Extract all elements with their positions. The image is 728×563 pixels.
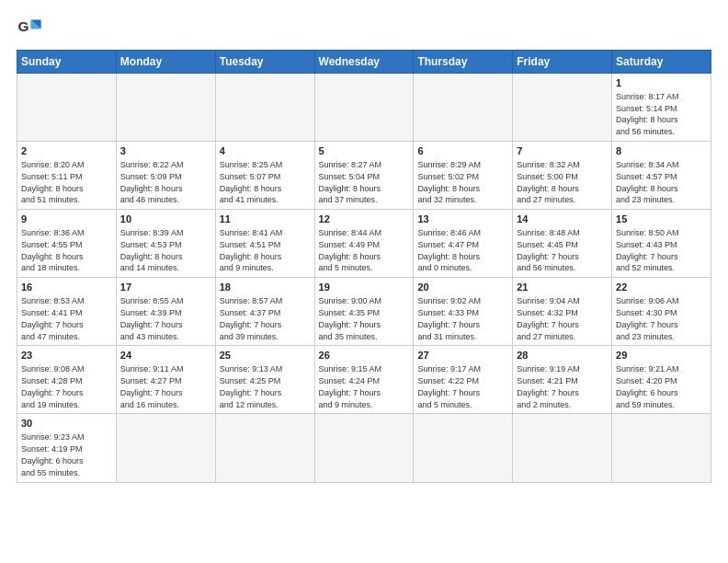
calendar-table: SundayMondayTuesdayWednesdayThursdayFrid… [17,50,711,483]
day-number: 28 [517,349,608,362]
day-number: 2 [21,144,112,158]
day-number: 3 [120,144,211,158]
day-number: 14 [517,213,608,226]
day-number: 11 [220,213,311,226]
day-info: Sunrise: 8:34 AM Sunset: 4:57 PM Dayligh… [616,160,679,204]
calendar-cell [414,74,513,142]
day-info: Sunrise: 9:21 AM Sunset: 4:20 PM Dayligh… [616,364,679,408]
svg-text:G: G [17,18,28,34]
calendar-cell: 15Sunrise: 8:50 AM Sunset: 4:43 PM Dayli… [612,210,711,278]
calendar-cell: 18Sunrise: 8:57 AM Sunset: 4:37 PM Dayli… [215,278,314,346]
weekday-header-monday: Monday [116,51,215,74]
day-number: 13 [417,213,508,226]
day-number: 18 [220,281,311,294]
calendar-cell [513,414,612,482]
weekday-header-tuesday: Tuesday [215,51,314,74]
day-info: Sunrise: 9:08 AM Sunset: 4:28 PM Dayligh… [21,364,85,408]
day-info: Sunrise: 9:23 AM Sunset: 4:19 PM Dayligh… [21,432,85,477]
calendar-cell: 25Sunrise: 9:13 AM Sunset: 4:25 PM Dayli… [215,346,314,414]
day-number: 1 [616,76,707,90]
day-info: Sunrise: 9:06 AM Sunset: 4:30 PM Dayligh… [616,296,679,340]
day-number: 20 [417,281,508,294]
calendar-cell [513,74,612,142]
calendar-cell: 27Sunrise: 9:17 AM Sunset: 4:22 PM Dayli… [414,346,513,414]
week-row-4: 16Sunrise: 8:53 AM Sunset: 4:41 PM Dayli… [17,278,711,346]
day-info: Sunrise: 8:25 AM Sunset: 5:07 PM Dayligh… [220,160,283,204]
calendar-cell: 16Sunrise: 8:53 AM Sunset: 4:41 PM Dayli… [17,278,117,346]
day-info: Sunrise: 9:15 AM Sunset: 4:24 PM Dayligh… [319,364,382,408]
day-number: 25 [220,349,311,362]
day-number: 27 [417,349,508,362]
calendar-cell: 12Sunrise: 8:44 AM Sunset: 4:49 PM Dayli… [314,210,414,278]
weekday-header-friday: Friday [513,51,612,74]
day-info: Sunrise: 9:19 AM Sunset: 4:21 PM Dayligh… [517,364,580,408]
day-number: 4 [220,144,311,158]
day-info: Sunrise: 8:29 AM Sunset: 5:02 PM Dayligh… [417,160,481,204]
calendar-cell: 5Sunrise: 8:27 AM Sunset: 5:04 PM Daylig… [314,142,414,210]
day-info: Sunrise: 8:57 AM Sunset: 4:37 PM Dayligh… [220,296,283,340]
calendar-cell: 2Sunrise: 8:20 AM Sunset: 5:11 PM Daylig… [17,142,117,210]
day-number: 22 [616,281,707,294]
logo: G [17,15,46,40]
calendar-cell: 30Sunrise: 9:23 AM Sunset: 4:19 PM Dayli… [17,414,117,482]
calendar-cell: 24Sunrise: 9:11 AM Sunset: 4:27 PM Dayli… [116,346,215,414]
calendar-cell: 7Sunrise: 8:32 AM Sunset: 5:00 PM Daylig… [513,142,612,210]
day-info: Sunrise: 9:11 AM Sunset: 4:27 PM Dayligh… [120,364,184,408]
week-row-5: 23Sunrise: 9:08 AM Sunset: 4:28 PM Dayli… [17,346,711,414]
day-info: Sunrise: 8:17 AM Sunset: 5:14 PM Dayligh… [616,92,679,136]
day-number: 21 [517,281,608,294]
day-info: Sunrise: 8:41 AM Sunset: 4:51 PM Dayligh… [220,228,283,272]
day-number: 23 [21,349,112,362]
calendar-cell [414,414,513,482]
day-info: Sunrise: 8:44 AM Sunset: 4:49 PM Dayligh… [319,228,382,272]
calendar-cell [215,414,314,482]
weekday-header-wednesday: Wednesday [314,51,414,74]
calendar-cell: 1Sunrise: 8:17 AM Sunset: 5:14 PM Daylig… [612,74,711,142]
calendar-cell: 29Sunrise: 9:21 AM Sunset: 4:20 PM Dayli… [612,346,711,414]
day-info: Sunrise: 8:55 AM Sunset: 4:39 PM Dayligh… [120,296,184,340]
calendar-cell [116,74,215,142]
day-info: Sunrise: 8:32 AM Sunset: 5:00 PM Dayligh… [517,160,580,204]
day-number: 5 [319,144,410,158]
day-number: 26 [319,349,410,362]
day-number: 30 [21,417,112,431]
calendar-cell: 8Sunrise: 8:34 AM Sunset: 4:57 PM Daylig… [612,142,711,210]
calendar-cell: 17Sunrise: 8:55 AM Sunset: 4:39 PM Dayli… [116,278,215,346]
calendar-cell: 20Sunrise: 9:02 AM Sunset: 4:33 PM Dayli… [414,278,513,346]
week-row-1: 1Sunrise: 8:17 AM Sunset: 5:14 PM Daylig… [17,74,711,142]
weekday-header-saturday: Saturday [612,51,711,74]
day-info: Sunrise: 8:50 AM Sunset: 4:43 PM Dayligh… [616,228,679,272]
calendar-cell [314,74,414,142]
calendar-cell: 28Sunrise: 9:19 AM Sunset: 4:21 PM Dayli… [513,346,612,414]
calendar-cell: 6Sunrise: 8:29 AM Sunset: 5:02 PM Daylig… [414,142,513,210]
day-number: 7 [517,144,608,158]
day-info: Sunrise: 8:46 AM Sunset: 4:47 PM Dayligh… [417,228,481,272]
week-row-6: 30Sunrise: 9:23 AM Sunset: 4:19 PM Dayli… [17,414,711,482]
day-info: Sunrise: 8:22 AM Sunset: 5:09 PM Dayligh… [120,160,184,204]
calendar-cell: 26Sunrise: 9:15 AM Sunset: 4:24 PM Dayli… [314,346,414,414]
day-info: Sunrise: 9:04 AM Sunset: 4:32 PM Dayligh… [517,296,580,340]
calendar-cell: 14Sunrise: 8:48 AM Sunset: 4:45 PM Dayli… [513,210,612,278]
calendar-cell: 4Sunrise: 8:25 AM Sunset: 5:07 PM Daylig… [215,142,314,210]
day-info: Sunrise: 9:17 AM Sunset: 4:22 PM Dayligh… [417,364,481,408]
calendar-cell: 22Sunrise: 9:06 AM Sunset: 4:30 PM Dayli… [612,278,711,346]
calendar-cell [612,414,711,482]
day-info: Sunrise: 8:39 AM Sunset: 4:53 PM Dayligh… [120,228,184,272]
day-info: Sunrise: 9:02 AM Sunset: 4:33 PM Dayligh… [417,296,481,340]
day-number: 12 [319,213,410,226]
day-number: 9 [21,213,112,226]
day-number: 16 [21,281,112,294]
calendar-cell [314,414,414,482]
day-info: Sunrise: 8:48 AM Sunset: 4:45 PM Dayligh… [517,228,580,272]
weekday-header-sunday: Sunday [17,51,117,74]
weekday-header-thursday: Thursday [414,51,513,74]
day-number: 8 [616,144,707,158]
day-number: 29 [616,349,707,362]
day-number: 24 [120,349,211,362]
calendar-cell: 9Sunrise: 8:36 AM Sunset: 4:55 PM Daylig… [17,210,117,278]
weekday-header-row: SundayMondayTuesdayWednesdayThursdayFrid… [17,51,711,74]
calendar-cell [116,414,215,482]
week-row-2: 2Sunrise: 8:20 AM Sunset: 5:11 PM Daylig… [17,142,711,210]
day-number: 10 [120,213,211,226]
day-info: Sunrise: 8:20 AM Sunset: 5:11 PM Dayligh… [21,160,85,204]
